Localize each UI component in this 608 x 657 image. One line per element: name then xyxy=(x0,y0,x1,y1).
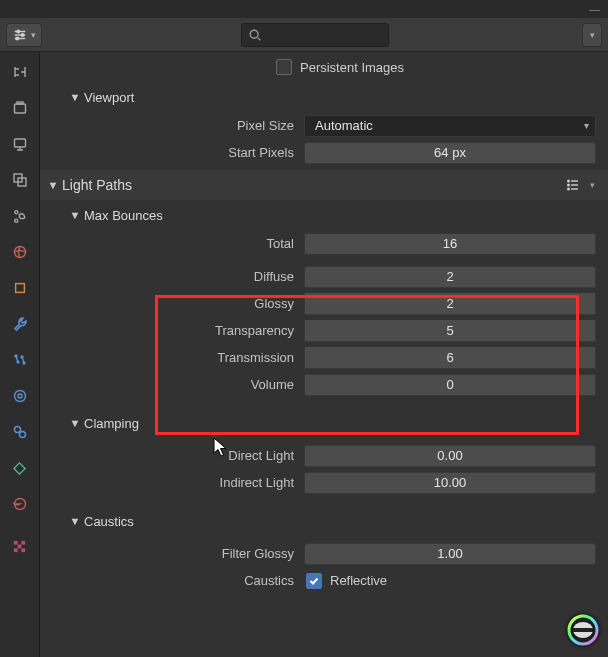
svg-rect-16 xyxy=(15,284,24,293)
tab-output-icon[interactable] xyxy=(6,130,34,158)
indirect-light-field[interactable]: 10.00 xyxy=(304,472,596,494)
transmission-value: 6 xyxy=(446,350,453,365)
caret-down-icon: ▼ xyxy=(66,209,84,221)
persistent-images-label: Persistent Images xyxy=(300,60,404,75)
editor-type-dropdown[interactable]: ▾ xyxy=(6,23,42,47)
tab-scene-icon[interactable] xyxy=(6,202,34,230)
svg-point-31 xyxy=(568,180,570,182)
start-pixels-value: 64 px xyxy=(434,145,466,160)
svg-rect-9 xyxy=(17,102,23,104)
diffuse-field[interactable]: 2 xyxy=(304,266,596,288)
tab-particles-icon[interactable] xyxy=(6,346,34,374)
filter-glossy-label: Filter Glossy xyxy=(40,546,304,561)
transparency-field[interactable]: 5 xyxy=(304,320,596,342)
start-pixels-field[interactable]: 64 px xyxy=(304,142,596,164)
volume-value: 0 xyxy=(446,377,453,392)
section-title: Clamping xyxy=(84,416,600,431)
tab-constraints-icon[interactable] xyxy=(6,418,34,446)
section-title: Max Bounces xyxy=(84,208,600,223)
tab-world-icon[interactable] xyxy=(6,238,34,266)
persistent-images-checkbox[interactable] xyxy=(276,59,292,75)
svg-point-22 xyxy=(18,394,22,398)
svg-line-7 xyxy=(258,37,261,40)
total-value: 16 xyxy=(443,236,457,251)
search-input[interactable] xyxy=(241,23,389,47)
svg-point-1 xyxy=(16,30,19,33)
svg-point-5 xyxy=(15,37,18,40)
tab-data-icon[interactable] xyxy=(6,454,34,482)
direct-light-field[interactable]: 0.00 xyxy=(304,445,596,467)
svg-rect-27 xyxy=(21,540,25,544)
tab-tool-icon[interactable] xyxy=(6,58,34,86)
start-pixels-label: Start Pixels xyxy=(40,145,304,160)
direct-light-value: 0.00 xyxy=(437,448,462,463)
caret-down-icon: ▼ xyxy=(66,91,84,103)
svg-rect-8 xyxy=(14,104,25,113)
pixel-size-dropdown[interactable]: Automatic xyxy=(304,115,596,137)
tab-render-icon[interactable] xyxy=(6,94,34,122)
svg-point-6 xyxy=(250,30,258,38)
properties-panel: Persistent Images ▼ Viewport Pixel Size … xyxy=(40,52,608,657)
total-field[interactable]: 16 xyxy=(304,233,596,255)
svg-rect-29 xyxy=(14,548,18,552)
svg-rect-10 xyxy=(14,139,25,147)
direct-light-label: Direct Light xyxy=(40,448,304,463)
glossy-label: Glossy xyxy=(40,296,304,311)
svg-point-21 xyxy=(14,391,25,402)
transparency-label: Transparency xyxy=(40,323,304,338)
tab-texture-icon[interactable] xyxy=(6,532,34,560)
diffuse-value: 2 xyxy=(446,269,453,284)
svg-point-23 xyxy=(14,427,20,433)
tab-physics-icon[interactable] xyxy=(6,382,34,410)
tab-modifier-icon[interactable] xyxy=(6,310,34,338)
caret-down-icon: ▼ xyxy=(66,515,84,527)
window-minimize-icon[interactable]: — xyxy=(589,3,600,15)
preset-list-icon[interactable] xyxy=(562,174,584,196)
filter-glossy-field[interactable]: 1.00 xyxy=(304,543,596,565)
transparency-value: 5 xyxy=(446,323,453,338)
section-viewport[interactable]: ▼ Viewport xyxy=(40,82,608,112)
properties-tabs xyxy=(0,52,40,657)
section-title: Light Paths xyxy=(62,177,562,193)
svg-rect-28 xyxy=(18,544,22,548)
section-clamping[interactable]: ▼ Clamping xyxy=(40,408,608,438)
total-label: Total xyxy=(40,236,304,251)
svg-point-15 xyxy=(14,247,25,258)
options-dropdown[interactable]: ▾ xyxy=(582,23,602,47)
svg-rect-30 xyxy=(21,548,25,552)
glossy-value: 2 xyxy=(446,296,453,311)
sliders-icon xyxy=(13,28,27,42)
preset-dropdown-icon[interactable]: ▾ xyxy=(584,174,600,196)
svg-point-35 xyxy=(568,188,570,190)
svg-point-33 xyxy=(568,184,570,186)
window-controls-bar: — xyxy=(0,0,608,18)
diffuse-label: Diffuse xyxy=(40,269,304,284)
svg-point-14 xyxy=(15,219,18,222)
filter-glossy-value: 1.00 xyxy=(437,546,462,561)
pixel-size-value: Automatic xyxy=(315,118,373,133)
search-icon xyxy=(248,28,262,42)
caustics-label: Caustics xyxy=(40,573,304,588)
section-light-paths[interactable]: ▼ Light Paths ▾ xyxy=(40,170,608,200)
svg-point-13 xyxy=(15,210,18,213)
section-caustics[interactable]: ▼ Caustics xyxy=(40,506,608,536)
transmission-field[interactable]: 6 xyxy=(304,347,596,369)
glossy-field[interactable]: 2 xyxy=(304,293,596,315)
tab-material-icon[interactable] xyxy=(6,490,34,518)
section-title: Viewport xyxy=(84,90,600,105)
volume-field[interactable]: 0 xyxy=(304,374,596,396)
reflective-label: Reflective xyxy=(330,573,387,588)
section-title: Caustics xyxy=(84,514,600,529)
svg-point-3 xyxy=(21,33,24,36)
indirect-light-value: 10.00 xyxy=(434,475,467,490)
tab-object-icon[interactable] xyxy=(6,274,34,302)
svg-rect-26 xyxy=(14,540,18,544)
reflective-checkbox[interactable] xyxy=(306,573,322,589)
editor-header: ▾ ▾ xyxy=(0,18,608,52)
tab-viewlayer-icon[interactable] xyxy=(6,166,34,194)
caret-down-icon: ▼ xyxy=(66,417,84,429)
section-max-bounces[interactable]: ▼ Max Bounces xyxy=(40,200,608,230)
svg-point-24 xyxy=(19,432,25,438)
volume-label: Volume xyxy=(40,377,304,392)
transmission-label: Transmission xyxy=(40,350,304,365)
